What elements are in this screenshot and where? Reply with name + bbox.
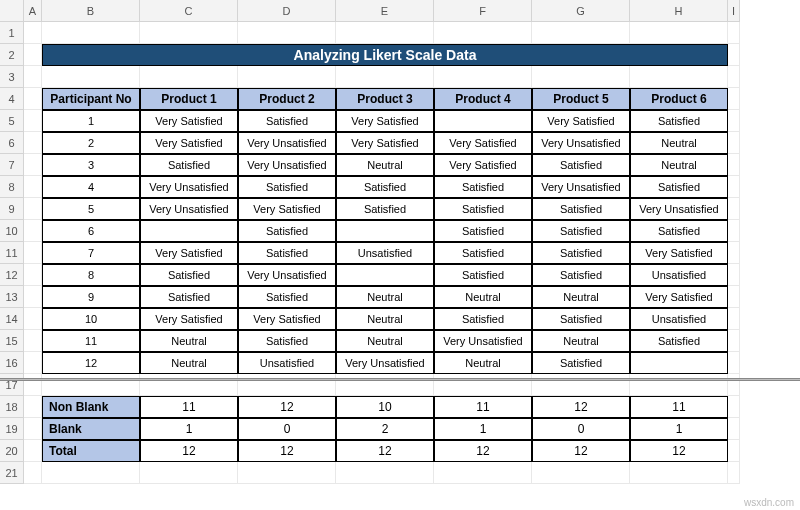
table-cell[interactable]: Satisfied: [336, 176, 434, 198]
cell[interactable]: [24, 286, 42, 308]
select-all-corner[interactable]: [0, 0, 24, 22]
table-cell[interactable]: [434, 110, 532, 132]
summary-cell[interactable]: 12: [630, 440, 728, 462]
table-cell[interactable]: Satisfied: [238, 176, 336, 198]
table-cell[interactable]: Very Satisfied: [434, 132, 532, 154]
cell[interactable]: [728, 286, 740, 308]
cell[interactable]: [24, 220, 42, 242]
table-cell[interactable]: Satisfied: [532, 352, 630, 374]
summary-cell[interactable]: 2: [336, 418, 434, 440]
cell[interactable]: [532, 22, 630, 44]
table-cell[interactable]: Very Satisfied: [630, 242, 728, 264]
cell[interactable]: [24, 66, 42, 88]
col-header-G[interactable]: G: [532, 0, 630, 22]
table-cell[interactable]: Satisfied: [532, 220, 630, 242]
cell[interactable]: [728, 66, 740, 88]
cell[interactable]: [24, 264, 42, 286]
cell[interactable]: [24, 44, 42, 66]
cell[interactable]: [532, 462, 630, 484]
table-cell[interactable]: Satisfied: [630, 110, 728, 132]
cell[interactable]: [728, 154, 740, 176]
cell[interactable]: [434, 22, 532, 44]
table-header[interactable]: Product 4: [434, 88, 532, 110]
row-header[interactable]: 8: [0, 176, 24, 198]
table-cell[interactable]: 6: [42, 220, 140, 242]
row-header[interactable]: 9: [0, 198, 24, 220]
cell[interactable]: [24, 88, 42, 110]
table-header[interactable]: Participant No: [42, 88, 140, 110]
table-cell[interactable]: Neutral: [630, 154, 728, 176]
table-cell[interactable]: Very Unsatisfied: [140, 198, 238, 220]
cell[interactable]: [24, 330, 42, 352]
summary-label-blank[interactable]: Blank: [42, 418, 140, 440]
table-cell[interactable]: Satisfied: [140, 154, 238, 176]
table-cell[interactable]: Very Satisfied: [336, 132, 434, 154]
table-cell[interactable]: Very Satisfied: [630, 286, 728, 308]
cell[interactable]: [140, 462, 238, 484]
table-cell[interactable]: Neutral: [336, 154, 434, 176]
cell[interactable]: [728, 330, 740, 352]
table-cell[interactable]: Satisfied: [434, 176, 532, 198]
cell[interactable]: [434, 462, 532, 484]
summary-cell[interactable]: 1: [434, 418, 532, 440]
row-header[interactable]: 13: [0, 286, 24, 308]
cell[interactable]: [728, 110, 740, 132]
cell[interactable]: [728, 88, 740, 110]
table-cell[interactable]: Unsatisfied: [630, 264, 728, 286]
cell[interactable]: [238, 462, 336, 484]
table-cell[interactable]: Satisfied: [434, 308, 532, 330]
table-cell[interactable]: Unsatisfied: [336, 242, 434, 264]
table-cell[interactable]: Satisfied: [532, 154, 630, 176]
table-cell[interactable]: Neutral: [140, 330, 238, 352]
table-cell[interactable]: Very Satisfied: [140, 132, 238, 154]
table-cell[interactable]: 10: [42, 308, 140, 330]
summary-cell[interactable]: 11: [434, 396, 532, 418]
row-header[interactable]: 5: [0, 110, 24, 132]
cell[interactable]: [24, 440, 42, 462]
table-cell[interactable]: [336, 264, 434, 286]
cell[interactable]: [728, 440, 740, 462]
table-cell[interactable]: 12: [42, 352, 140, 374]
cell[interactable]: [42, 22, 140, 44]
table-cell[interactable]: Satisfied: [238, 110, 336, 132]
table-cell[interactable]: Very Unsatisfied: [532, 132, 630, 154]
cell[interactable]: [24, 418, 42, 440]
col-header-H[interactable]: H: [630, 0, 728, 22]
row-header[interactable]: 6: [0, 132, 24, 154]
table-cell[interactable]: Satisfied: [630, 220, 728, 242]
table-cell[interactable]: 1: [42, 110, 140, 132]
table-cell[interactable]: Neutral: [336, 286, 434, 308]
summary-cell[interactable]: 1: [630, 418, 728, 440]
cell[interactable]: [728, 132, 740, 154]
cell[interactable]: [24, 396, 42, 418]
table-cell[interactable]: Very Unsatisfied: [140, 176, 238, 198]
table-cell[interactable]: Satisfied: [532, 242, 630, 264]
cell[interactable]: [728, 396, 740, 418]
table-cell[interactable]: Satisfied: [434, 264, 532, 286]
summary-cell[interactable]: 12: [532, 396, 630, 418]
table-header[interactable]: Product 5: [532, 88, 630, 110]
table-cell[interactable]: Satisfied: [238, 242, 336, 264]
table-cell[interactable]: Neutral: [336, 330, 434, 352]
table-cell[interactable]: Neutral: [434, 286, 532, 308]
table-cell[interactable]: 3: [42, 154, 140, 176]
freeze-pane-split[interactable]: [0, 378, 800, 381]
table-cell[interactable]: Very Unsatisfied: [434, 330, 532, 352]
summary-cell[interactable]: 12: [238, 396, 336, 418]
title-cell[interactable]: Analyzing Likert Scale Data: [42, 44, 728, 66]
cell[interactable]: [728, 242, 740, 264]
table-cell[interactable]: Neutral: [532, 330, 630, 352]
table-cell[interactable]: 4: [42, 176, 140, 198]
cell[interactable]: [336, 462, 434, 484]
cell[interactable]: [24, 352, 42, 374]
cell[interactable]: [24, 198, 42, 220]
row-header-4[interactable]: 4: [0, 88, 24, 110]
summary-cell[interactable]: 11: [140, 396, 238, 418]
cell[interactable]: [42, 66, 140, 88]
cell[interactable]: [728, 176, 740, 198]
col-header-B[interactable]: B: [42, 0, 140, 22]
cell[interactable]: [24, 110, 42, 132]
table-cell[interactable]: Satisfied: [532, 264, 630, 286]
cell[interactable]: [728, 198, 740, 220]
table-cell[interactable]: Satisfied: [238, 220, 336, 242]
